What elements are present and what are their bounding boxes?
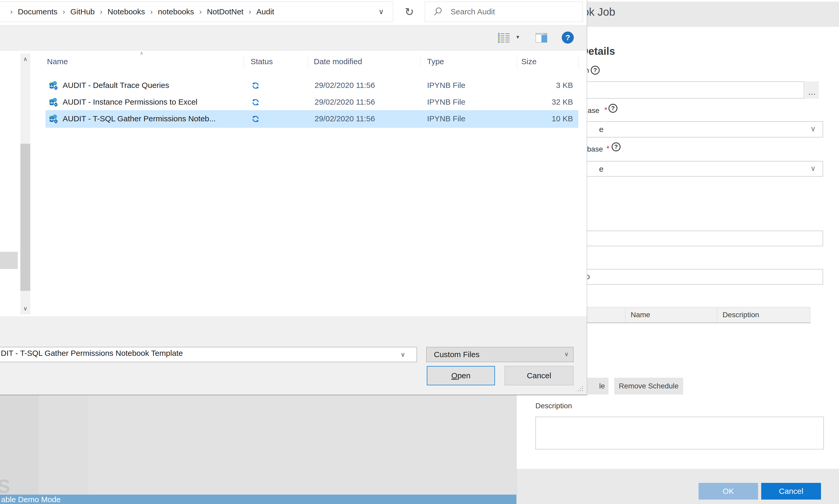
sync-status-icon bbox=[251, 98, 260, 106]
demo-mode-bar: able Demo Mode bbox=[0, 494, 517, 504]
details-view-icon[interactable] bbox=[498, 33, 511, 43]
breadcrumb-item[interactable]: Documents bbox=[18, 7, 57, 16]
ok-button[interactable]: OK bbox=[699, 483, 758, 500]
filetype-value: Custom Files bbox=[434, 350, 479, 359]
background-letter-fragment: S bbox=[0, 475, 10, 498]
job-field-label-fragment: base bbox=[587, 145, 603, 154]
browse-button[interactable]: … bbox=[805, 82, 819, 98]
column-header-name[interactable]: Name bbox=[47, 57, 68, 66]
search-box bbox=[425, 2, 583, 22]
cancel-button[interactable]: Cancel bbox=[761, 483, 821, 500]
breadcrumb-separator: › bbox=[10, 7, 13, 16]
column-header-size[interactable]: Size bbox=[521, 57, 537, 66]
open-button[interactable]: Open bbox=[427, 366, 495, 385]
sort-ascending-icon: ∧ bbox=[140, 50, 143, 56]
table-row[interactable]: AUDIT - Default Trace Queries 29/02/2020… bbox=[46, 77, 578, 94]
column-header-status[interactable]: Status bbox=[250, 57, 273, 66]
filetype-select[interactable]: Custom Files ∨ bbox=[426, 347, 574, 362]
file-date-modified: 29/02/2020 11:56 bbox=[315, 81, 375, 90]
breadcrumb-separator: › bbox=[100, 7, 102, 16]
breadcrumb-item[interactable]: GitHub bbox=[70, 7, 94, 16]
scrollbar-thumb[interactable] bbox=[20, 144, 30, 291]
sync-status-icon bbox=[251, 115, 260, 123]
help-icon[interactable]: ? bbox=[612, 142, 620, 151]
file-date-modified: 29/02/2020 11:56 bbox=[315, 97, 375, 106]
breadcrumb-item[interactable]: Audit bbox=[256, 7, 274, 16]
file-name: AUDIT - Instance Permissions to Excel bbox=[63, 97, 243, 106]
notebook-file-icon bbox=[49, 114, 58, 124]
filename-combo: ∨ bbox=[0, 347, 417, 362]
table-row[interactable]: AUDIT - T-SQL Gather Permissions Noteb..… bbox=[46, 111, 578, 127]
file-size: 10 KB bbox=[535, 114, 573, 123]
preview-pane-icon[interactable] bbox=[536, 33, 547, 42]
help-icon[interactable]: ? bbox=[562, 32, 574, 43]
column-separator[interactable] bbox=[244, 55, 244, 69]
scroll-down-icon[interactable]: ∨ bbox=[20, 304, 30, 313]
table-row[interactable]: AUDIT - Instance Permissions to Excel 29… bbox=[46, 94, 578, 111]
notebook-file-icon bbox=[49, 80, 58, 91]
help-icon[interactable]: ? bbox=[591, 66, 600, 75]
file-date-modified: 29/02/2020 11:56 bbox=[315, 114, 375, 123]
chevron-down-icon: ∨ bbox=[564, 351, 569, 358]
refresh-button[interactable]: ↻ bbox=[398, 2, 421, 22]
job-dialog-title: ok Job bbox=[583, 6, 615, 18]
filename-input[interactable] bbox=[0, 348, 393, 358]
vertical-scrollbar[interactable]: ∧ ∨ bbox=[20, 53, 30, 314]
column-separator[interactable] bbox=[308, 55, 308, 69]
file-type: IPYNB File bbox=[427, 114, 466, 123]
description-textarea[interactable] bbox=[536, 417, 824, 449]
screen: S able Demo Mode ok Job Details h ? … as… bbox=[0, 0, 839, 504]
breadcrumb-separator: › bbox=[150, 7, 153, 16]
file-type: IPYNB File bbox=[427, 81, 466, 90]
chevron-down-icon: ∨ bbox=[810, 124, 816, 133]
file-name: AUDIT - Default Trace Queries bbox=[63, 81, 243, 90]
file-list-area: ∧ ∨ ∧ Name Status Date modified Type Siz… bbox=[0, 51, 587, 316]
file-name: AUDIT - T-SQL Gather Permissions Noteb..… bbox=[63, 114, 243, 123]
dialog-toolbar: ▾ ? bbox=[0, 25, 587, 51]
breadcrumb-separator: › bbox=[249, 7, 251, 16]
job-field-label-fragment: ase bbox=[588, 106, 599, 115]
column-header-type[interactable]: Type bbox=[427, 57, 444, 66]
breadcrumb-item[interactable]: Notebooks bbox=[107, 7, 145, 16]
chevron-down-icon: ∨ bbox=[810, 164, 816, 173]
chevron-down-icon[interactable]: ∨ bbox=[400, 351, 405, 358]
schedules-column-description[interactable]: Description bbox=[717, 307, 810, 323]
job-dialog-footer: OK Cancel bbox=[517, 469, 839, 504]
search-input[interactable] bbox=[450, 7, 566, 16]
breadcrumb-separator: › bbox=[199, 7, 202, 16]
schedules-column-name[interactable]: Name bbox=[625, 307, 717, 323]
demo-mode-label: able Demo Mode bbox=[1, 495, 60, 504]
search-icon bbox=[433, 6, 443, 17]
file-size: 3 KB bbox=[535, 81, 573, 90]
notebook-file-icon bbox=[49, 97, 58, 107]
file-type: IPYNB File bbox=[427, 97, 466, 106]
column-separator[interactable] bbox=[517, 55, 517, 69]
column-separator[interactable] bbox=[420, 55, 421, 69]
dropdown-value-fragment: e bbox=[599, 165, 604, 174]
nav-pane-sliver bbox=[0, 51, 18, 316]
required-asterisk: * bbox=[604, 105, 608, 114]
column-header-date-modified[interactable]: Date modified bbox=[314, 57, 362, 66]
dialog-bottom-strip: ∨ Custom Files ∨ Open Cancel bbox=[0, 316, 587, 395]
address-bar-row: ›Documents›GitHub›Notebooks›notebooks›No… bbox=[0, 0, 587, 25]
breadcrumb-item[interactable]: notebooks bbox=[158, 7, 194, 16]
cancel-button[interactable]: Cancel bbox=[505, 366, 574, 385]
breadcrumb-item[interactable]: NotDotNet bbox=[207, 7, 244, 16]
view-options-caret-icon[interactable]: ▾ bbox=[517, 34, 519, 40]
breadcrumb-dropdown-icon[interactable]: ∨ bbox=[379, 7, 384, 16]
column-separator[interactable] bbox=[578, 55, 579, 69]
schedules-table-header: Name Description bbox=[558, 307, 810, 323]
file-size: 32 KB bbox=[535, 97, 573, 106]
remove-schedule-button[interactable]: Remove Schedule bbox=[614, 378, 683, 394]
breadcrumb[interactable]: ›Documents›GitHub›Notebooks›notebooks›No… bbox=[0, 2, 393, 22]
breadcrumb-separator: › bbox=[63, 7, 65, 16]
dropdown-value-fragment: e bbox=[599, 125, 604, 134]
nav-pane-item-highlight[interactable] bbox=[0, 252, 18, 269]
resize-grip[interactable] bbox=[578, 390, 579, 391]
sync-status-icon bbox=[251, 82, 260, 90]
description-label: Description bbox=[536, 402, 572, 410]
scroll-up-icon[interactable]: ∧ bbox=[20, 55, 30, 64]
column-headers: ∧ Name Status Date modified Type Size bbox=[33, 53, 587, 71]
required-asterisk: * bbox=[607, 144, 610, 153]
help-icon[interactable]: ? bbox=[609, 104, 617, 113]
